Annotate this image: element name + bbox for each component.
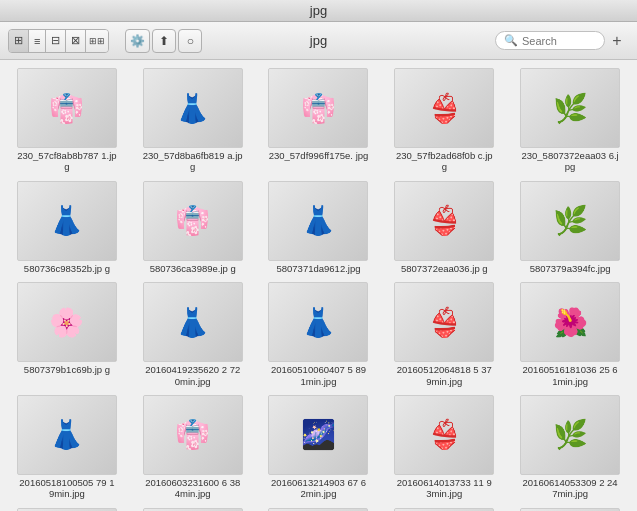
list-item[interactable]: 👗20160510060407 5 891min.jpg	[260, 282, 378, 387]
thumbnail-image: 👙	[395, 182, 493, 260]
list-item[interactable]: 👗580736c98352b.jp g	[8, 181, 126, 274]
thumbnail-image: 🌸	[18, 283, 116, 361]
title-bar: jpg	[0, 0, 637, 22]
thumbnail-image: 👗	[18, 182, 116, 260]
list-item[interactable]: 👗5807371da9612.jpg	[260, 181, 378, 274]
thumbnail: 🌿	[520, 395, 620, 475]
list-item[interactable]: 🌿230_5807372eaa03 6.jpg	[511, 68, 629, 173]
list-item[interactable]: 👗230_57d8ba6fb819 a.jpg	[134, 68, 252, 173]
file-name: 580736c98352b.jp g	[24, 263, 110, 274]
thumbnail: 👗	[268, 282, 368, 362]
file-name: 20160614053309 2 247min.jpg	[520, 477, 620, 500]
search-box: 🔍	[495, 31, 605, 50]
file-name: 230_57fb2ad68f0b c.jpg	[394, 150, 494, 173]
thumbnail-image: 👗	[269, 182, 367, 260]
file-name: 5807372eaa036.jp g	[401, 263, 488, 274]
thumbnail-image: 👙	[395, 396, 493, 474]
file-name: 20160603231600 6 384min.jpg	[143, 477, 243, 500]
list-item[interactable]: 👙20160614013733 11 93min.jpg	[385, 395, 503, 500]
settings-btn[interactable]: ⚙️	[125, 29, 150, 53]
thumbnail: 👘	[268, 68, 368, 148]
thumbnail: 👗	[17, 395, 117, 475]
file-name: 20160613214903 67 62min.jpg	[268, 477, 368, 500]
file-name: 5807371da9612.jpg	[276, 263, 360, 274]
list-item[interactable]: 👗20160518100505 79 19min.jpg	[8, 395, 126, 500]
view-mode-controls: ⊞ ≡ ⊟ ⊠ ⊞⊞	[8, 29, 109, 53]
thumbnail-image: 👗	[18, 396, 116, 474]
view-list-btn[interactable]: ≡	[29, 30, 46, 52]
thumbnail: 👗	[268, 181, 368, 261]
thumbnail-image: 👘	[269, 69, 367, 147]
thumbnail-image: 👘	[18, 69, 116, 147]
thumbnail-image: 🌺	[521, 283, 619, 361]
thumbnail: 👙	[394, 181, 494, 261]
list-item[interactable]: 🌺20160516181036 25 61min.jpg	[511, 282, 629, 387]
list-item[interactable]: 🌌20160613214903 67 62min.jpg	[260, 395, 378, 500]
file-name: 230_57df996ff175e. jpg	[269, 150, 369, 161]
thumbnail-image: 👗	[144, 283, 242, 361]
file-name: 20160516181036 25 61min.jpg	[520, 364, 620, 387]
view-groups-btn[interactable]: ⊞⊞	[86, 30, 108, 52]
thumbnail: 👘	[17, 68, 117, 148]
view-cover-btn[interactable]: ⊠	[66, 30, 86, 52]
thumbnail: 🌺	[520, 282, 620, 362]
content-area[interactable]: 👘230_57cf8ab8b787 1.jpg👗230_57d8ba6fb819…	[0, 60, 637, 511]
list-item[interactable]: 🌿20160614053309 2 247min.jpg	[511, 395, 629, 500]
file-name: 230_5807372eaa03 6.jpg	[520, 150, 620, 173]
thumbnail-image: 👘	[144, 396, 242, 474]
list-item[interactable]: 🌸5807379b1c69b.jp g	[8, 282, 126, 387]
list-item[interactable]: 👘230_57cf8ab8b787 1.jpg	[8, 68, 126, 173]
thumbnail: 👙	[394, 395, 494, 475]
tag-btn[interactable]: ○	[178, 29, 202, 53]
thumbnail-image: 🌿	[521, 182, 619, 260]
thumbnail-image: 👘	[144, 182, 242, 260]
thumbnail-image: 🌿	[521, 396, 619, 474]
thumbnail-image: 🌌	[269, 396, 367, 474]
list-item[interactable]: 👘580736ca3989e.jp g	[134, 181, 252, 274]
thumbnail: 🌌	[268, 395, 368, 475]
file-name: 580736ca3989e.jp g	[150, 263, 236, 274]
file-name: 5807379a394fc.jpg	[530, 263, 611, 274]
thumbnail: 👗	[17, 181, 117, 261]
file-name: 20160419235620 2 720min.jpg	[143, 364, 243, 387]
thumbnail: 👙	[394, 282, 494, 362]
view-icon-btn[interactable]: ⊞	[9, 30, 29, 52]
thumbnail-image: 👗	[269, 283, 367, 361]
folder-title: jpg	[310, 33, 327, 48]
thumbnail: 👘	[143, 395, 243, 475]
file-name: 230_57d8ba6fb819 a.jpg	[143, 150, 243, 173]
thumbnail-image: 👙	[395, 283, 493, 361]
view-columns-btn[interactable]: ⊟	[46, 30, 66, 52]
list-item[interactable]: 👙230_57fb2ad68f0b c.jpg	[385, 68, 503, 173]
thumbnail-image: 👗	[144, 69, 242, 147]
file-name: 20160512064818 5 379min.jpg	[394, 364, 494, 387]
list-item[interactable]: 👙20160512064818 5 379min.jpg	[385, 282, 503, 387]
thumbnail: 👗	[143, 282, 243, 362]
thumbnail: 🌸	[17, 282, 117, 362]
file-name: 20160510060407 5 891min.jpg	[268, 364, 368, 387]
file-name: 20160614013733 11 93min.jpg	[394, 477, 494, 500]
window-title: jpg	[310, 3, 327, 18]
thumbnail: 🌿	[520, 68, 620, 148]
list-item[interactable]: 👘230_57df996ff175e. jpg	[260, 68, 378, 173]
list-item[interactable]: 👘20160603231600 6 384min.jpg	[134, 395, 252, 500]
search-icon: 🔍	[504, 34, 518, 47]
add-button[interactable]: +	[609, 33, 625, 49]
file-grid: 👘230_57cf8ab8b787 1.jpg👗230_57d8ba6fb819…	[4, 68, 633, 511]
file-name: 20160518100505 79 19min.jpg	[17, 477, 117, 500]
action-buttons: ⚙️ ⬆ ○	[125, 29, 202, 53]
list-item[interactable]: 👙5807372eaa036.jp g	[385, 181, 503, 274]
thumbnail: 👘	[143, 181, 243, 261]
share-btn[interactable]: ⬆	[152, 29, 176, 53]
search-input[interactable]	[522, 35, 592, 47]
thumbnail-image: 👙	[395, 69, 493, 147]
thumbnail: 🌿	[520, 181, 620, 261]
file-name: 5807379b1c69b.jp g	[24, 364, 110, 375]
toolbar: ⊞ ≡ ⊟ ⊠ ⊞⊞ ⚙️ ⬆ ○ jpg 🔍 +	[0, 22, 637, 60]
list-item[interactable]: 🌿5807379a394fc.jpg	[511, 181, 629, 274]
thumbnail-image: 🌿	[521, 69, 619, 147]
thumbnail: 👙	[394, 68, 494, 148]
thumbnail: 👗	[143, 68, 243, 148]
file-name: 230_57cf8ab8b787 1.jpg	[17, 150, 117, 173]
list-item[interactable]: 👗20160419235620 2 720min.jpg	[134, 282, 252, 387]
